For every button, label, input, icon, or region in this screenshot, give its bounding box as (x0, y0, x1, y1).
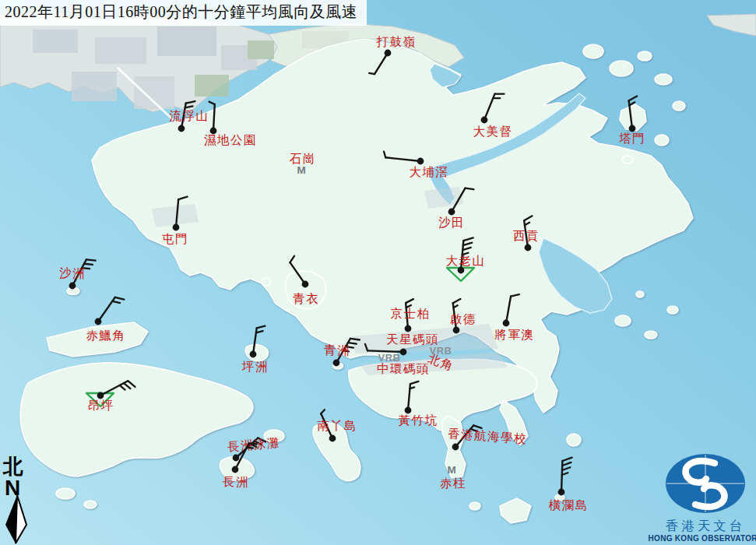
station-label: 石崗 (289, 152, 316, 165)
wind-barb-feather (84, 264, 93, 265)
station-label: 南丫島 (318, 419, 357, 432)
station-label: 昂坪 (88, 399, 114, 412)
station-dot (329, 435, 336, 442)
station-dot (452, 444, 459, 451)
station-dot (481, 117, 488, 124)
station-label: 長洲 (223, 475, 249, 488)
wind-map-screenshot: 打鼓嶺流浮山濕地公園M石崗大美督塔門大埔滘沙田西貢大老山屯門沙洲赤鱲角青衣京士柏… (0, 0, 756, 545)
station-dot (448, 209, 455, 216)
station-dot (503, 320, 510, 327)
station-dot (250, 351, 257, 358)
station-label: 打鼓嶺 (376, 35, 417, 48)
station-label: 坪洲 (241, 360, 269, 373)
hko-logo-chinese: 香港天文台 (666, 519, 746, 533)
station-label: 啟德 (450, 312, 476, 325)
station-label: 流浮山 (170, 109, 209, 122)
station-label: 大老山 (446, 254, 486, 267)
station-label: 青衣 (293, 292, 319, 305)
hko-logo-english: HONG KONG OBSERVATORY (649, 534, 756, 543)
wind-barb-feather (86, 259, 96, 260)
station-dot (95, 318, 102, 325)
station-label: 沙田 (438, 216, 465, 229)
station-dot (69, 283, 76, 290)
station-label: 將軍澳 (495, 328, 535, 341)
station-dot (178, 125, 185, 132)
wind-barb-feather (369, 73, 374, 74)
station-label: 赤鱲角 (86, 329, 126, 342)
hong-kong-map: 打鼓嶺流浮山濕地公園M石崗大美督塔門大埔滘沙田西貢大老山屯門沙洲赤鱲角青衣京士柏… (0, 0, 756, 545)
map-title: 2022年11月01日16時00分的十分鐘平均風向及風速 (0, 0, 367, 26)
station-label: 橫瀾島 (549, 498, 589, 512)
station-label: 濕地公園 (204, 133, 257, 146)
station-dot (458, 267, 465, 274)
station-dot (232, 466, 239, 473)
station-dot (525, 244, 532, 251)
missing-data-indicator: M (297, 164, 305, 176)
north-chinese-label: 北 (2, 455, 23, 478)
station-dot (385, 50, 392, 57)
station-dot (302, 281, 309, 288)
station-dot (400, 349, 407, 356)
station-label: 屯門 (162, 232, 188, 245)
station-label: 西貢 (513, 229, 540, 243)
station-dot (333, 360, 340, 367)
station-label: 塔門 (619, 132, 645, 145)
station-label: 京士柏 (391, 307, 431, 320)
station-dot (558, 489, 565, 496)
station-dot (233, 455, 240, 462)
station-dot (173, 224, 180, 231)
station-label: 天星碼頭 (386, 332, 439, 346)
missing-data-indicator: M (447, 464, 455, 476)
wind-barb-feather (247, 448, 253, 448)
wind-barb-feather (249, 443, 257, 444)
station-label: 大美督 (473, 125, 513, 138)
station-label: 中環碼頭 (377, 362, 430, 375)
station-dot (417, 158, 424, 165)
station-label: 沙洲 (59, 266, 86, 280)
station-label: 青洲 (324, 343, 350, 357)
station-label: 赤柱 (440, 476, 466, 490)
station-label: 大埔滘 (410, 165, 449, 178)
station-dot (405, 325, 412, 332)
station-dot (453, 327, 460, 334)
station-label: 黃竹坑 (399, 413, 438, 427)
wind-barb-feather (466, 188, 474, 190)
